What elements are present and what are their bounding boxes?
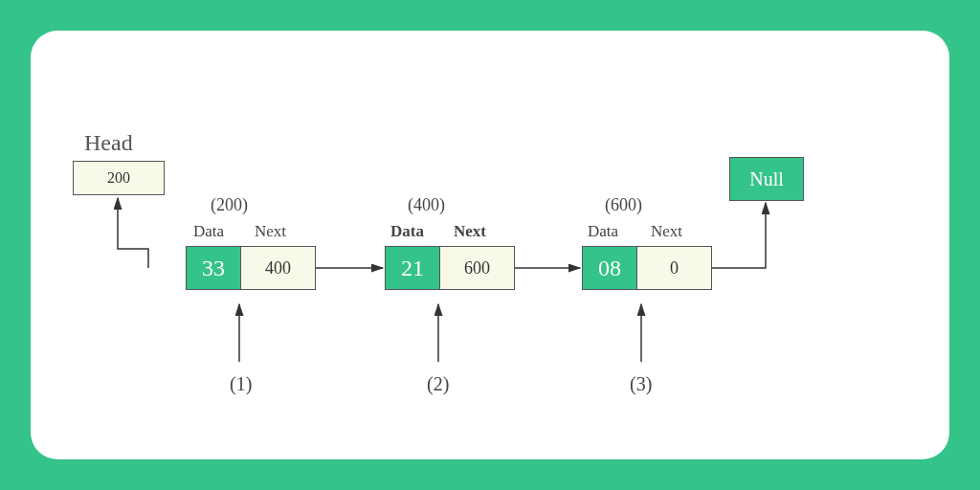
data-col-label: Data: [588, 222, 618, 241]
node-address: (400): [408, 195, 445, 215]
node-address: (200): [211, 195, 248, 215]
null-label: Null: [749, 168, 784, 190]
node-data: 21: [386, 247, 439, 289]
null-box: Null: [729, 157, 804, 201]
head-label: Head: [84, 130, 133, 156]
node-2: 21 600: [385, 246, 515, 290]
node-next: 400: [240, 247, 315, 289]
node-address: (600): [605, 195, 642, 215]
index-label-3: (3): [630, 373, 652, 395]
node-next: 600: [439, 247, 514, 289]
arrows-svg: [31, 31, 949, 459]
head-box: 200: [73, 161, 165, 195]
node-data: 08: [583, 247, 636, 289]
index-label-2: (2): [427, 373, 449, 395]
head-value: 200: [107, 169, 130, 187]
node-next: 0: [636, 247, 711, 289]
data-col-label: Data: [390, 222, 424, 241]
data-col-label: Data: [193, 222, 224, 241]
diagram-card: Head 200 Null (200) Data Next 33 400 (40…: [31, 31, 949, 459]
next-col-label: Next: [651, 222, 682, 241]
node-data: 33: [187, 247, 240, 289]
next-col-label: Next: [454, 222, 486, 241]
next-col-label: Next: [255, 222, 286, 241]
node-1: 33 400: [186, 246, 316, 290]
index-label-1: (1): [230, 373, 252, 395]
node-3: 08 0: [582, 246, 712, 290]
